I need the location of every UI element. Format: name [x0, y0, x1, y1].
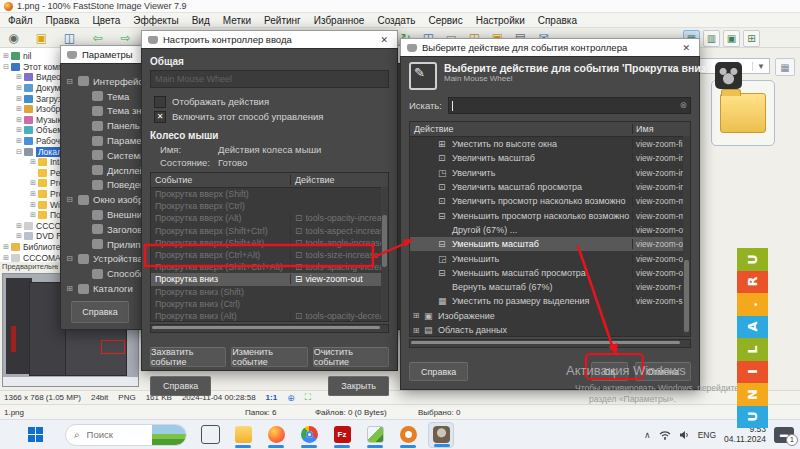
action-row[interactable]: ⊟ Уменьшить просмотр насколько возможно … [410, 208, 690, 222]
expander-icon[interactable]: ⊞ [15, 232, 23, 240]
delete-icon[interactable]: ▦ [775, 58, 795, 76]
event-row[interactable]: Прокрутка вниз (Shift) [151, 286, 388, 298]
event-row[interactable]: Прокрутка вверх (Shift) [151, 188, 388, 200]
notification-icon[interactable]: ▬ 1 [774, 427, 794, 443]
expander-icon[interactable]: ⊞ [412, 326, 420, 335]
wifi-icon[interactable] [659, 430, 671, 440]
action-row[interactable]: ◳ Увеличить view-zoom-in [410, 166, 690, 180]
speaker-icon[interactable] [679, 430, 690, 440]
expander-icon[interactable]: ⊞ [29, 158, 37, 166]
horizontal-scrollbar[interactable] [409, 339, 691, 348]
vertical-scrollbar[interactable] [683, 136, 690, 336]
action-row[interactable]: ▦ Уместить по размеру выделения view-zoo… [410, 294, 690, 308]
menu-item[interactable]: Эффекты [133, 15, 178, 26]
expander-icon[interactable]: ⊞ [15, 73, 23, 81]
clock[interactable]: 9:53 04.11.2024 [724, 425, 766, 445]
action-row[interactable]: Другой (67%) ... view-zoom-o [410, 223, 690, 237]
menu-item[interactable]: Настройки [476, 15, 525, 26]
action-row[interactable]: ⊟ Уменьшить масштаб view-zoom-o [410, 237, 690, 251]
language-indicator[interactable]: ENG [698, 430, 716, 440]
help-button[interactable]: Справка [71, 301, 129, 323]
expander-icon[interactable]: ⊟ [15, 148, 23, 156]
action-column-header[interactable]: Действие [410, 124, 632, 134]
action-row[interactable]: ◲ Уменьшить view-zoom-o [410, 251, 690, 265]
folder-thumbnail[interactable] [711, 80, 775, 146]
action-row[interactable]: Вернуть масштаб (67%) view-zoom-r [410, 280, 690, 294]
expander-icon[interactable]: ⊞ [412, 311, 420, 320]
checkbox-unchecked-icon[interactable] [154, 96, 166, 108]
menu-item[interactable]: Вид [192, 15, 210, 26]
menu-item[interactable]: Создать [377, 15, 415, 26]
event-column-header[interactable]: Событие [151, 175, 290, 185]
expander-icon[interactable]: ⊞ [29, 211, 37, 219]
close-icon[interactable]: ✕ [679, 43, 693, 53]
help-button[interactable]: Справка [409, 362, 468, 381]
save-icon[interactable]: ◫ [60, 30, 79, 46]
action-row[interactable]: ⊡ Увеличить просмотр насколько возможно … [410, 194, 690, 208]
gimp-icon[interactable] [428, 422, 454, 448]
enable-controller-checkbox-row[interactable]: ✕ Включить этот способ управления [154, 109, 389, 124]
help-button[interactable]: Справка [150, 376, 211, 396]
event-row[interactable]: Прокрутка вниз ⊟view-zoom-out [151, 273, 388, 285]
expander-icon[interactable]: ⊟ [65, 195, 74, 204]
expander-icon[interactable]: ⊞ [15, 126, 23, 134]
menu-item[interactable]: Сервис [428, 15, 462, 26]
horizontal-scrollbar[interactable] [150, 324, 389, 333]
event-row[interactable]: Прокрутка вверх (Shift+Ctrl) ⊡tools-aspe… [151, 225, 388, 237]
explorer-icon[interactable] [230, 422, 256, 448]
event-action-button[interactable]: Изменить событие [231, 347, 307, 367]
expander-icon[interactable]: ⊞ [65, 284, 74, 293]
open-folder-icon[interactable]: ▣ [32, 30, 51, 46]
action-row[interactable]: ⊡ Увеличить масштаб view-zoom-in [410, 151, 690, 165]
close-button[interactable]: Закрыть [328, 376, 389, 396]
event-row[interactable]: Прокрутка вверх (Ctrl) [151, 200, 388, 212]
expander-icon[interactable]: ⊞ [29, 179, 37, 187]
firefox-icon[interactable] [263, 422, 289, 448]
expander-icon[interactable]: ⊞ [15, 116, 23, 124]
menu-item[interactable]: Цвета [92, 15, 120, 26]
expander-icon[interactable]: ⊞ [15, 84, 23, 92]
view-fullscreen-icon[interactable]: ⊞ [743, 30, 760, 47]
cancel-button[interactable]: Отмена [635, 362, 691, 381]
action-row[interactable]: ⊡ Увеличить масштаб просмотра view-zoom-… [410, 180, 690, 194]
search-input[interactable]: ⊗ [448, 97, 691, 114]
action-row[interactable]: ⊟ Уменьшить масштаб просмотра view-zoom-… [410, 266, 690, 280]
screenshot-camera-icon[interactable]: ◉ [4, 30, 23, 46]
controller-titlebar[interactable]: Настроить контроллер ввода ✕ [141, 30, 398, 48]
action-row[interactable]: ⊞ ▣ Изображение [410, 309, 690, 323]
event-row[interactable]: Прокрутка вверх (Shift+Alt) ⊡tools-angle… [151, 237, 388, 249]
search-input[interactable] [85, 428, 141, 441]
event-action-button[interactable]: Очистить событие [313, 347, 389, 367]
expander-icon[interactable]: ⊞ [15, 222, 23, 230]
menu-item[interactable]: Метки [223, 15, 251, 26]
view-thumbnails-icon[interactable]: ▥ [703, 30, 720, 47]
chevron-down-icon[interactable]: ▼ [752, 62, 769, 71]
menu-item[interactable]: Избранное [314, 15, 365, 26]
event-row[interactable]: Прокрутка вверх (Alt) ⊡tools-opacity-inc… [151, 212, 388, 224]
name-column-header[interactable]: Имя [632, 124, 690, 134]
menu-item[interactable]: Рейтинг [264, 15, 301, 26]
taskbar-search[interactable]: ⌕ [65, 424, 187, 446]
action-column-header[interactable]: Действие [290, 175, 388, 185]
expander-icon[interactable]: ⊞ [2, 52, 10, 60]
expander-icon[interactable]: ⊞ [29, 190, 37, 198]
expander-icon[interactable]: ⊞ [15, 95, 23, 103]
select-action-titlebar[interactable]: Выберите действие для события контроллер… [400, 38, 700, 56]
close-icon[interactable]: ✕ [377, 35, 391, 45]
task-view-icon[interactable] [197, 422, 223, 448]
clear-search-icon[interactable]: ⊗ [679, 100, 687, 110]
expander-icon[interactable]: ⊞ [29, 201, 37, 209]
checkbox-checked-icon[interactable]: ✕ [154, 111, 166, 123]
menu-item[interactable]: Правка [46, 15, 80, 26]
expander-icon[interactable]: ⊞ [15, 105, 23, 113]
next-image-icon[interactable]: ⇨ [116, 30, 135, 46]
expander-icon[interactable]: ⊟ [65, 254, 74, 263]
action-row[interactable]: ⊞ Уместить по высоте окна view-zoom-fi [410, 137, 690, 151]
action-row[interactable]: ⊞ ▤ Область данных [410, 323, 690, 337]
expander-icon[interactable]: ⊞ [2, 243, 10, 251]
vertical-scrollbar[interactable] [381, 187, 388, 321]
event-action-button[interactable]: Захватить событие [150, 347, 226, 367]
filezilla-icon[interactable]: Fz [329, 422, 355, 448]
photos-icon[interactable] [362, 422, 388, 448]
menu-item[interactable]: Файл [8, 15, 33, 26]
